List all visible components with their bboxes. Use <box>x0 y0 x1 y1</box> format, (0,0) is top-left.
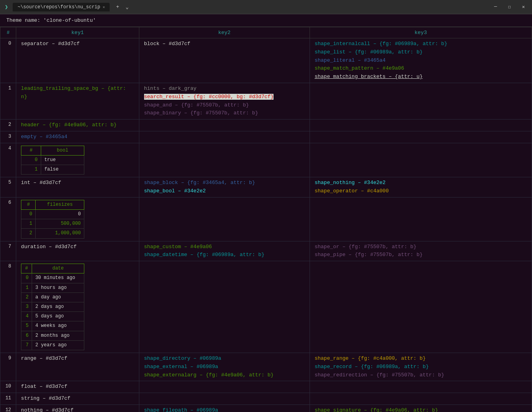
tab-label: ~\source\repos\forks\nu_scrip <box>17 4 100 10</box>
bool-table-header-val: bool <box>41 146 84 155</box>
row2-key3 <box>310 120 532 131</box>
row1-key3 <box>310 83 532 119</box>
filesizes-row-0: 0 0 <box>21 210 84 219</box>
row3-key1: empty – #3465a4 <box>16 131 139 143</box>
dropdown-button[interactable]: ⌄ <box>125 4 129 10</box>
shape-filepath: shape_filepath – #06989a <box>144 407 218 412</box>
header-index: # <box>0 27 16 38</box>
row8-key1: # date 0 30 minutes ago 1 3 hours ago <box>16 261 139 353</box>
shape-signature: shape_signature – {fg: #4e9a06, attr: b} <box>315 407 438 412</box>
date-idx-4: 4 <box>21 312 32 321</box>
row1-key2: hints – dark_gray search_result – {fg: #… <box>139 83 310 119</box>
hints-dark: hints – dark_gray <box>144 85 197 91</box>
filesizes-header-idx: # <box>21 200 36 209</box>
shape-external: shape_external – #06989a <box>144 364 218 370</box>
date-val-2: a day ago <box>32 292 84 302</box>
date-row-2: 2 a day ago <box>21 292 84 302</box>
date-row-7: 7 2 years ago <box>21 340 84 350</box>
bool-table: # bool 0 true 1 false <box>21 146 84 175</box>
table-row: 10 float – #d3d7cf <box>0 381 532 393</box>
date-idx-0: 0 <box>21 273 32 283</box>
tab-close-button[interactable]: ✕ <box>103 5 105 9</box>
row12-key3: shape_signature – {fg: #4e9a06, attr: b}… <box>310 404 532 412</box>
row-index: 9 <box>0 353 16 381</box>
row-index: 2 <box>0 120 16 131</box>
bool-table-header-idx: # <box>21 146 41 155</box>
date-idx-1: 1 <box>21 283 32 292</box>
date-idx-3: 3 <box>21 302 32 312</box>
row9-key1: range – #d3d7cf <box>16 353 139 381</box>
row3-key3 <box>310 131 532 143</box>
close-button[interactable]: ✕ <box>520 3 527 11</box>
shape-redirection: shape_redirection – {fg: #75507b, attr: … <box>315 372 445 378</box>
theme-name: Theme name: 'clone-of-ubuntu' <box>6 17 96 23</box>
terminal-icon: ❯ <box>5 4 8 10</box>
shape-list: shape_list – {fg: #06989a, attr: b} <box>315 49 423 55</box>
shape-or: shape_or – {fg: #75507b, attr: b} <box>315 244 416 250</box>
table-row: 12 nothing – #d3d7cf shape_filepath – #0… <box>0 404 532 412</box>
filesizes-header-val: filesizes <box>36 200 84 209</box>
row8-key3 <box>310 261 532 353</box>
table-row: 11 string – #d3d7cf <box>0 393 532 405</box>
row-index: 1 <box>0 83 16 119</box>
shape-directory: shape_directory – #06989a <box>144 355 221 361</box>
row5-key3: shape_nothing – #34e2e2 shape_operator –… <box>310 177 532 197</box>
date-row-5: 5 4 weeks ago <box>21 321 84 331</box>
row7-key3: shape_or – {fg: #75507b, attr: b} shape_… <box>310 241 532 261</box>
titlebar: ❯ ~\source\repos\forks\nu_scrip ✕ + ⌄ — … <box>0 0 532 14</box>
row-index: 8 <box>0 261 16 353</box>
header-key2: key2 <box>139 27 310 38</box>
row6-key3 <box>310 197 532 241</box>
row11-key3 <box>310 393 532 405</box>
row-index: 11 <box>0 393 16 405</box>
new-tab-button[interactable]: + <box>113 4 122 10</box>
shape-internalcall: shape_internalcall – {fg: #06989a, attr:… <box>315 41 447 47</box>
terminal-tab[interactable]: ~\source\repos\forks\nu_scrip ✕ <box>13 3 110 11</box>
shape-operator: shape_operator – #c4a000 <box>315 188 389 194</box>
table-row: 3 empty – #3465a4 <box>0 131 532 143</box>
table-row: 6 # filesizes 0 0 <box>0 197 532 241</box>
table-row: 4 # bool 0 true <box>0 143 532 177</box>
shape-bool: shape_bool – #34e2e2 <box>144 188 206 194</box>
filesizes-val-0: 0 <box>36 210 84 219</box>
bool-row-0: 0 true <box>21 155 84 165</box>
date-row-4: 4 5 days ago <box>21 312 84 321</box>
minimize-button[interactable]: — <box>492 3 499 11</box>
filesizes-idx-0: 0 <box>21 210 36 219</box>
date-row-6: 6 2 months ago <box>21 331 84 340</box>
row4-key3 <box>310 143 532 177</box>
bool-idx-0: 0 <box>21 155 41 165</box>
filesizes-idx-2: 2 <box>21 229 36 238</box>
row-index: 4 <box>0 143 16 177</box>
shape-block: shape_block – {fg: #3465a4, attr: b} <box>144 180 255 186</box>
date-idx-2: 2 <box>21 292 32 302</box>
table-row: 0 separator – #d3d7cf block – #d3d7cf sh… <box>0 38 532 83</box>
shape-nothing: shape_nothing – #34e2e2 <box>315 180 386 186</box>
row7-key1: duration – #d3d7cf <box>16 241 139 261</box>
row6-key1: # filesizes 0 0 1 500,000 <box>16 197 139 241</box>
row1-key1: leading_trailing_space_bg – {attr: n} <box>16 83 139 119</box>
row10-key3 <box>310 381 532 393</box>
restore-button[interactable]: ☐ <box>506 3 513 11</box>
date-val-5: 4 weeks ago <box>32 321 84 331</box>
row5-key1: int – #d3d7cf <box>16 177 139 197</box>
date-val-0: 30 minutes ago <box>32 273 84 283</box>
row3-key2 <box>139 131 310 143</box>
leading-trailing: leading_trailing_space_bg – {attr: n} <box>21 85 126 100</box>
row2-key1: header – {fg: #4e9a06, attr: b} <box>16 120 139 131</box>
bool-val-0: true <box>41 155 84 165</box>
shape-binary: shape_binary – {fg: #75507b, attr: b} <box>144 110 258 116</box>
shape-literal: shape_literal – #3465a4 <box>315 57 386 63</box>
window-controls: — ☐ ✕ <box>492 3 527 11</box>
row-index: 7 <box>0 241 16 261</box>
shape-record: shape_record – {fg: #06989a, attr: b} <box>315 364 429 370</box>
row9-key2: shape_directory – #06989a shape_external… <box>139 353 310 381</box>
row9-key3: shape_range – {fg: #c4a000, attr: b} sha… <box>310 353 532 381</box>
date-val-1: 3 hours ago <box>32 283 84 292</box>
date-header-val: date <box>32 264 84 273</box>
date-val-7: 2 years ago <box>32 340 84 350</box>
row12-key2: shape_filepath – #06989a shape_flag – {f… <box>139 404 310 412</box>
header-key3: key3 <box>310 27 532 38</box>
shape-match-pattern: shape_match_pattern – #4e9a06 <box>315 65 404 71</box>
shape-pipe: shape_pipe – {fg: #75507b, attr: b} <box>315 252 423 258</box>
